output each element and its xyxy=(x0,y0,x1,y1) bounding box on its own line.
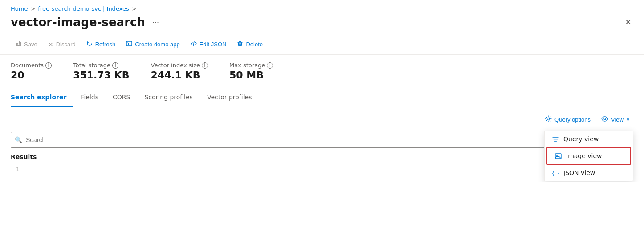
query-options-button[interactable]: Query options xyxy=(541,113,594,127)
query-options-label: Query options xyxy=(554,116,591,123)
stat-max-storage-label: Max storage i xyxy=(229,62,273,69)
search-icon: 🔍 xyxy=(15,136,22,143)
ellipsis-button[interactable]: ··· xyxy=(150,17,162,28)
max-storage-info-icon[interactable]: i xyxy=(267,62,273,69)
gear-icon xyxy=(545,115,552,124)
toolbar: Save ✕ Discard Refresh Create demo app E… xyxy=(0,34,644,55)
view-button[interactable]: View ∨ xyxy=(598,113,633,127)
svg-point-4 xyxy=(556,155,557,155)
refresh-icon xyxy=(86,41,93,48)
search-input[interactable] xyxy=(26,136,629,143)
documents-info-icon[interactable]: i xyxy=(45,62,52,69)
filter-icon xyxy=(552,135,559,143)
breadcrumb-service[interactable]: free-search-demo-svc | Indexes xyxy=(38,5,129,12)
edit-json-button[interactable]: Edit JSON xyxy=(186,38,231,51)
total-storage-info-icon[interactable]: i xyxy=(112,62,118,69)
results-table: 1 xyxy=(11,162,633,176)
view-label: View xyxy=(611,116,624,123)
stat-vector-index-size-label: Vector index size i xyxy=(151,62,208,69)
create-demo-app-icon xyxy=(126,41,132,48)
dropdown-json-view-label: JSON view xyxy=(563,169,595,176)
results-label: Results xyxy=(11,153,633,160)
stat-documents: Documents i 20 xyxy=(11,62,52,81)
tab-vector-profiles[interactable]: Vector profiles xyxy=(200,88,259,107)
json-icon xyxy=(552,169,559,176)
stat-total-storage-label: Total storage i xyxy=(73,62,129,69)
tab-search-explorer[interactable]: Search explorer xyxy=(11,88,73,107)
page-title: vector-image-search xyxy=(11,16,145,29)
breadcrumb-sep2: > xyxy=(132,5,137,12)
eye-icon xyxy=(601,115,608,124)
save-icon xyxy=(15,41,21,48)
discard-button[interactable]: ✕ Discard xyxy=(44,38,80,51)
save-label: Save xyxy=(24,41,37,48)
table-row: 1 xyxy=(11,162,633,176)
page-header: vector-image-search ··· ✕ xyxy=(0,14,644,34)
edit-json-label: Edit JSON xyxy=(200,41,227,48)
stat-vector-index-size: Vector index size i 244.1 KB xyxy=(151,62,208,81)
row-value xyxy=(29,162,633,176)
stat-max-storage-value: 50 MB xyxy=(229,69,273,81)
save-button[interactable]: Save xyxy=(11,38,42,51)
delete-button[interactable]: Delete xyxy=(232,38,267,51)
content-area: Query options View ∨ 🔍 Results 1 xyxy=(0,107,644,182)
vector-index-info-icon[interactable]: i xyxy=(202,62,208,69)
delete-label: Delete xyxy=(246,41,263,48)
image-icon xyxy=(554,152,562,159)
stat-total-storage: Total storage i 351.73 KB xyxy=(73,62,129,81)
tab-scoring-profiles[interactable]: Scoring profiles xyxy=(137,88,200,107)
page-title-row: vector-image-search ··· xyxy=(11,16,162,29)
stat-vector-index-size-value: 244.1 KB xyxy=(151,69,208,81)
tab-cors[interactable]: CORS xyxy=(106,88,137,107)
search-box: 🔍 xyxy=(11,132,633,148)
content-toolbar: Query options View ∨ xyxy=(11,113,633,127)
dropdown-query-view-label: Query view xyxy=(563,135,599,143)
stat-total-storage-value: 351.73 KB xyxy=(73,69,129,81)
breadcrumb-sep1: > xyxy=(30,5,35,12)
svg-point-1 xyxy=(547,118,550,120)
breadcrumb: Home > free-search-demo-svc | Indexes > xyxy=(0,0,644,14)
tabs: Search explorer Fields CORS Scoring prof… xyxy=(0,88,644,107)
stat-max-storage: Max storage i 50 MB xyxy=(229,62,273,81)
svg-point-2 xyxy=(604,118,606,120)
discard-label: Discard xyxy=(56,41,76,48)
results-section: Results 1 xyxy=(11,153,633,176)
refresh-label: Refresh xyxy=(95,41,116,48)
stat-documents-value: 20 xyxy=(11,69,52,81)
refresh-button[interactable]: Refresh xyxy=(82,38,120,51)
dropdown-image-view-label: Image view xyxy=(566,152,602,159)
close-button[interactable]: ✕ xyxy=(623,16,633,29)
edit-json-icon xyxy=(191,41,197,48)
view-dropdown-menu: Query view Image view JSON view xyxy=(544,131,633,181)
row-number: 1 xyxy=(11,162,29,176)
tab-fields[interactable]: Fields xyxy=(73,88,106,107)
stats-bar: Documents i 20 Total storage i 351.73 KB… xyxy=(0,55,644,88)
delete-icon xyxy=(237,41,243,48)
breadcrumb-home[interactable]: Home xyxy=(11,5,28,12)
create-demo-app-button[interactable]: Create demo app xyxy=(122,38,184,51)
stat-documents-label: Documents i xyxy=(11,62,52,69)
chevron-down-icon: ∨ xyxy=(626,117,630,122)
discard-icon: ✕ xyxy=(48,41,53,48)
dropdown-item-json-view[interactable]: JSON view xyxy=(545,165,633,181)
dropdown-item-query-view[interactable]: Query view xyxy=(545,131,633,147)
create-demo-app-label: Create demo app xyxy=(135,41,179,48)
dropdown-item-image-view[interactable]: Image view xyxy=(546,147,631,165)
